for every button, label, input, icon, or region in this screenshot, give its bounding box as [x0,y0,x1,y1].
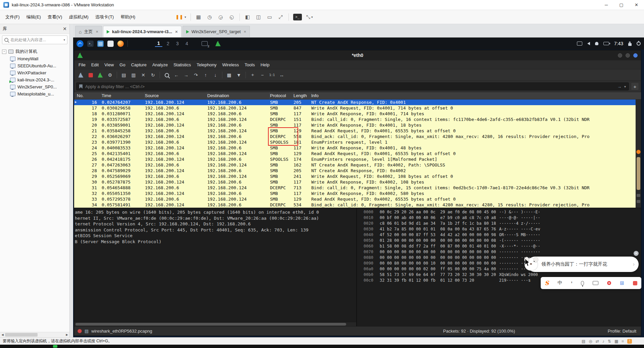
wireshark-menu-item[interactable]: Edit [91,62,99,67]
window-maximize-icon[interactable] [626,53,630,58]
vm-display[interactable]: >_ 1234 2 7:43 [73,38,644,337]
tree-root-my-computer[interactable]: − 我的计算机 [1,48,68,55]
zoom-out-button[interactable]: − [258,71,266,79]
chinese-mode-indicator[interactable]: 中 [557,280,562,286]
workspace-button[interactable]: 3 [174,41,181,47]
column-header[interactable]: Protocol [270,92,293,99]
battery-icon[interactable] [603,42,609,45]
stop-capture-button[interactable] [87,71,95,79]
reload-button[interactable]: ↻ [149,71,157,79]
sidebar-vm-item[interactable]: SEEDUbuntu9-Au... [1,62,68,69]
packet-row[interactable]: 330.057295378192.168.200.6192.168.200.12… [74,196,641,202]
vmware-menu-item[interactable]: 编辑(E) [23,14,44,20]
wireshark-menu-item[interactable]: Telephony [197,62,216,67]
packet-row[interactable]: 230.039771390192.168.200.6192.168.200.12… [74,139,641,145]
hex-row[interactable]: 005001 28 00 00 00 00 00 00 00 00 00 00 … [364,238,641,243]
sogou-extra-icon[interactable] [633,281,637,285]
display-fit-button[interactable]: ⤡▾ [306,13,313,21]
workspace-button[interactable]: 4 [183,41,191,47]
printer-device-icon[interactable]: ▦ [614,339,618,344]
scrollbar-handle[interactable] [5,333,38,337]
lock-icon[interactable] [628,43,632,46]
column-header[interactable]: Source [145,92,207,99]
profile-status[interactable]: Profile: Default [608,329,638,334]
column-header[interactable]: Info [311,92,641,99]
vmware-menu-item[interactable]: 选项卡(T) [92,14,117,20]
usb-device-icon[interactable]: ⇅ [608,339,611,344]
vm-tab[interactable]: Win2kServer_SP0_target× [182,26,250,37]
packet-row[interactable]: 280.047589029192.168.200.124192.168.200.… [74,168,641,173]
column-header[interactable]: No. [77,92,102,99]
wireshark-titlebar[interactable]: *eth0 [74,50,641,60]
column-header[interactable]: Time [102,92,145,99]
notifications-icon[interactable] [595,42,598,45]
wireshark-menu-item[interactable]: Capture [131,62,147,67]
toolbox-grid-icon[interactable]: ⊞ [620,280,624,286]
close-file-button[interactable]: ✕ [139,71,147,79]
taskbar-peek-icon[interactable] [53,345,57,348]
display-filter-input[interactable]: Apply a display filter ... <Ctrl-/> → ▾ [76,82,629,90]
detail-line[interactable]: hernet II, Src: VMware_ae:f0:de (00:0c:2… [75,215,356,221]
packet-row[interactable]: 220.036026297192.168.200.124192.168.200.… [74,134,641,139]
sidebar-vm-item[interactable]: Metasploitable_u... [1,90,68,97]
sidebar-splitter[interactable] [70,24,73,337]
firefox-launcher-icon[interactable] [117,41,124,47]
wireshark-menu-item[interactable]: Analyze [152,62,168,67]
window-list-icon[interactable]: 2 [202,41,208,46]
packet-list-scrollbar[interactable] [636,99,641,208]
sogou-logo-icon[interactable]: S [545,280,549,286]
harddisk-device-icon[interactable]: ▤ [582,339,585,344]
files-launcher-icon[interactable] [97,41,104,47]
packet-row[interactable]: 320.055051350192.168.200.124192.168.200.… [74,191,641,196]
vmware-menu-item[interactable]: 查看(V) [44,14,65,20]
packet-row[interactable]: 250.042135401192.168.200.6192.168.200.12… [74,151,641,156]
notification-badge-icon[interactable] [636,150,641,154]
detail-line[interactable]: ternet Protocol Version 4, Src: 192.168.… [75,221,356,227]
console-view-button[interactable]: ▭ [266,13,273,21]
column-header[interactable]: Length [293,92,311,99]
window-close-icon[interactable] [633,53,638,58]
library-toggle-button[interactable]: ◧ [244,13,251,21]
maximize-button[interactable]: ▢ [614,0,629,10]
close-button[interactable]: ✕ [629,0,644,10]
go-back-button[interactable]: ← [172,71,180,79]
wireshark-menu-item[interactable]: View [104,62,114,67]
scrollbar-handle[interactable] [75,323,346,326]
wireshark-menu-item[interactable]: Go [119,62,125,67]
snapshot-revert-button[interactable]: ◶ [217,13,224,21]
packet-row[interactable]: 300.052787875192.168.200.124192.168.200.… [74,179,641,185]
colorize-button[interactable]: ▩ [225,71,233,79]
vm-tab[interactable]: kali-linux-2024.3-vmware-i3...× [103,26,181,37]
ctrl-alt-del-button[interactable]: ▦ [195,13,202,21]
restart-capture-button[interactable] [96,71,104,79]
detail-line[interactable]: etBIOS Session Service [75,233,356,239]
packet-row[interactable]: 340.057581491192.168.200.124192.168.200.… [74,202,641,208]
microphone-icon[interactable] [581,281,584,285]
go-first-button[interactable]: ↑ [202,71,210,79]
message-alert-icon[interactable]: ! [627,339,632,344]
library-search-input[interactable]: 在此处键入内容进... ▾ [2,36,67,44]
capture-options-button[interactable]: ⚙ [106,71,114,79]
hex-row[interactable]: 00404f 52 00 00 00 87 ff 53 4d 42 a2 00 … [364,232,641,238]
packet-row[interactable]: 260.042418175192.168.200.124192.168.200.… [74,156,641,162]
packet-row[interactable]: 310.054654888192.168.200.6192.168.200.12… [74,185,641,191]
minimize-button[interactable]: ─ [599,0,614,10]
go-forward-button[interactable]: → [182,71,190,79]
suspend-button[interactable]: ❚❚▾ [175,13,186,21]
wireshark-menu-item[interactable]: Tools [245,62,255,67]
wireshark-tray-icon[interactable] [215,41,221,46]
ime-close-icon[interactable]: ✕ [634,251,639,256]
expert-info-icon[interactable] [77,329,82,333]
resize-columns-button[interactable]: ↔ [278,71,286,79]
library-close-icon[interactable]: ✕ [63,26,67,31]
scroll-left-icon[interactable]: ◀ [0,333,5,336]
bookmark-icon[interactable] [79,84,83,89]
save-file-button[interactable]: ▥ [129,71,138,79]
sidebar-vm-item[interactable]: HoneyWall [1,55,68,62]
sidebar-vm-item[interactable]: Win2kServer_SP0... [1,83,68,90]
add-filter-button[interactable]: + [631,82,639,90]
packet-row[interactable]: 200.033859001192.168.200.124192.168.200.… [74,122,641,128]
volume-icon[interactable] [587,42,590,45]
hex-row[interactable]: 000000 0c 29 20 26 aa 00 0c 29 ae f0 de … [364,209,641,215]
snapshot-manager-button[interactable]: ◵ [228,13,235,21]
